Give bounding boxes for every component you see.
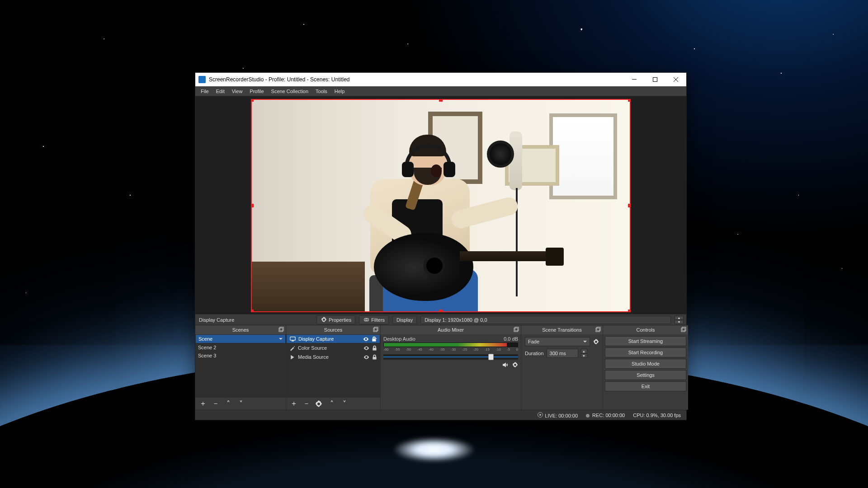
move-source-up-button[interactable]: ˄: [328, 399, 336, 408]
selected-source-label: Display Capture: [198, 317, 313, 323]
scene-item[interactable]: Scene 3: [195, 352, 286, 360]
audio-mixer-panel: Audio Mixer Desktop Audio 0.0 dB -60-55-…: [381, 325, 521, 410]
source-item[interactable]: Display Capture: [286, 334, 380, 343]
lock-icon[interactable]: [371, 336, 377, 342]
scenes-list[interactable]: Scene Scene 2 Scene 3: [195, 334, 286, 397]
display-spin[interactable]: ▲▼: [675, 316, 684, 324]
resize-handle[interactable]: [628, 99, 631, 102]
move-scene-up-button[interactable]: ˄: [224, 399, 232, 408]
popout-icon[interactable]: [278, 327, 284, 332]
duration-spinner[interactable]: ▲▼: [581, 349, 587, 358]
svg-rect-0: [632, 79, 637, 80]
gear-icon: [315, 400, 322, 408]
cpu-status: CPU: 0.9%, 30.00 fps: [633, 413, 681, 418]
svg-rect-1: [653, 78, 657, 82]
resize-handle[interactable]: [628, 310, 631, 312]
transition-type-value: Fade: [528, 339, 539, 344]
resize-handle[interactable]: [439, 99, 443, 102]
menu-tools[interactable]: Tools: [312, 88, 331, 95]
transitions-header: Scene Transitions: [521, 325, 603, 334]
menubar: File Edit View Profile Scene Collection …: [195, 86, 686, 96]
resize-handle[interactable]: [251, 204, 254, 207]
preview-canvas[interactable]: [251, 99, 631, 312]
record-dot-icon: [586, 414, 590, 418]
scene-item[interactable]: Scene 2: [195, 343, 286, 352]
scenes-toolbar: ＋ － ˄ ˅: [195, 397, 286, 410]
studio-mode-button[interactable]: Studio Mode: [605, 359, 686, 369]
preview-area: [195, 96, 686, 314]
eye-icon[interactable]: [363, 345, 369, 351]
lock-icon[interactable]: [371, 345, 377, 351]
display-select[interactable]: Display 1: 868x488 @ 0,0: [420, 316, 671, 324]
move-scene-down-button[interactable]: ˅: [237, 399, 245, 408]
transitions-title: Scene Transitions: [542, 327, 581, 333]
svg-marker-10: [291, 355, 294, 359]
menu-profile[interactable]: Profile: [246, 88, 267, 95]
audio-meter: [383, 343, 518, 347]
svg-rect-16: [682, 327, 686, 331]
settings-button[interactable]: Settings: [605, 370, 686, 380]
start-streaming-button[interactable]: Start Streaming: [605, 336, 686, 346]
svg-rect-15: [681, 328, 685, 332]
source-item[interactable]: Media Source: [286, 352, 380, 361]
channel-settings-button[interactable]: [512, 361, 518, 368]
speaker-icon[interactable]: [502, 361, 508, 368]
resize-handle[interactable]: [439, 310, 443, 312]
svg-rect-4: [279, 328, 283, 332]
app-window: ScreenRecorderStudio - Profile: Untitled…: [195, 72, 687, 420]
resize-handle[interactable]: [251, 99, 254, 102]
live-status: LIVE: 00:00:00: [538, 412, 578, 418]
scenes-title: Scenes: [232, 327, 249, 333]
menu-scene-collection[interactable]: Scene Collection: [268, 88, 312, 95]
add-scene-button[interactable]: ＋: [199, 399, 207, 408]
titlebar[interactable]: ScreenRecorderStudio - Profile: Untitled…: [195, 73, 686, 86]
filters-label: Filters: [371, 317, 385, 323]
remove-scene-button[interactable]: －: [212, 399, 220, 408]
sources-toolbar: ＋ － ˄ ˅: [286, 397, 380, 410]
audio-mixer-header: Audio Mixer: [381, 325, 521, 334]
svg-rect-13: [596, 328, 599, 332]
svg-rect-14: [597, 327, 600, 331]
remove-source-button[interactable]: －: [302, 399, 311, 408]
gear-icon: [321, 317, 327, 323]
filters-button[interactable]: Filters: [359, 315, 389, 324]
svg-rect-12: [515, 327, 519, 331]
window-minimize-button[interactable]: [624, 73, 645, 86]
popout-icon[interactable]: [595, 327, 601, 332]
move-source-down-button[interactable]: ˅: [340, 399, 349, 408]
transition-settings-button[interactable]: [593, 338, 599, 345]
media-source-icon: [289, 354, 295, 360]
properties-label: Properties: [329, 317, 351, 323]
eye-icon[interactable]: [363, 354, 369, 360]
properties-button[interactable]: Properties: [316, 315, 355, 324]
volume-slider[interactable]: [383, 354, 518, 360]
display-label: Display: [392, 316, 417, 324]
popout-icon[interactable]: [514, 327, 519, 332]
popout-icon[interactable]: [373, 327, 378, 332]
rec-status: REC: 00:00:00: [586, 413, 625, 418]
transitions-panel: Scene Transitions Fade Duration 300 ms ▲…: [521, 325, 603, 410]
duration-input[interactable]: 300 ms: [547, 349, 578, 358]
resize-handle[interactable]: [628, 204, 631, 207]
menu-view[interactable]: View: [228, 88, 246, 95]
sources-title: Sources: [324, 327, 342, 333]
menu-file[interactable]: File: [197, 88, 212, 95]
start-recording-button[interactable]: Start Recording: [605, 347, 686, 357]
scene-item[interactable]: Scene: [195, 334, 286, 343]
exit-button[interactable]: Exit: [605, 381, 686, 391]
lock-icon[interactable]: [371, 354, 377, 360]
add-source-button[interactable]: ＋: [290, 399, 298, 408]
sources-list[interactable]: Display Capture Color Source: [286, 334, 380, 397]
window-maximize-button[interactable]: [645, 73, 665, 86]
eye-icon[interactable]: [363, 336, 369, 342]
transition-type-select[interactable]: Fade: [525, 337, 590, 346]
menu-help[interactable]: Help: [331, 88, 349, 95]
window-close-button[interactable]: [665, 73, 686, 86]
status-bar: LIVE: 00:00:00 REC: 00:00:00 CPU: 0.9%, …: [195, 410, 686, 420]
popout-icon[interactable]: [681, 327, 686, 332]
sources-panel: Sources Display Capture Color Source: [286, 325, 380, 410]
source-item[interactable]: Color Source: [286, 343, 380, 352]
resize-handle[interactable]: [251, 310, 254, 312]
menu-edit[interactable]: Edit: [212, 88, 228, 95]
source-properties-button[interactable]: [315, 400, 323, 408]
